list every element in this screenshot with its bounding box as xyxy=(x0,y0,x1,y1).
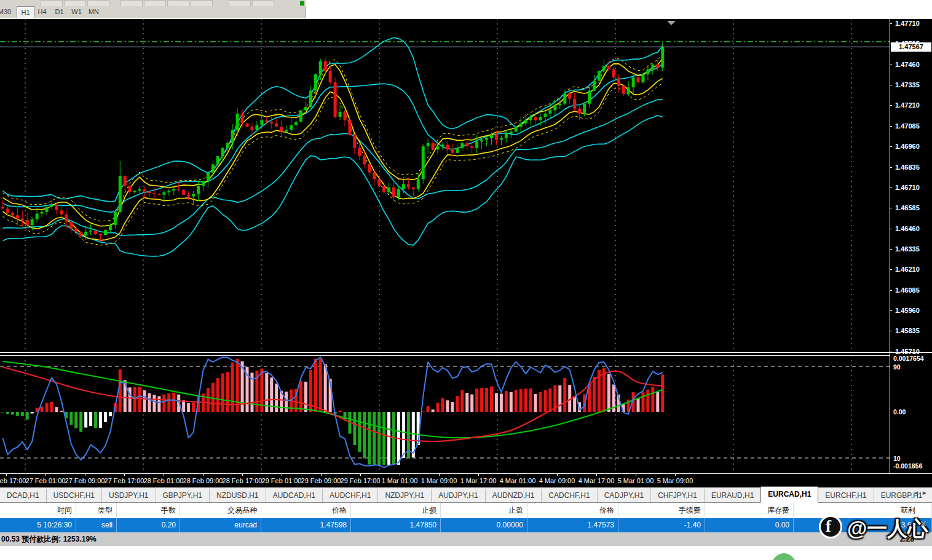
price-label: 1.47335 xyxy=(895,81,920,89)
time-tick xyxy=(164,474,164,476)
price-label: 1.45710 xyxy=(895,348,920,355)
price-label: 1.46960 xyxy=(895,143,920,150)
table-cell[interactable]: 3.68 xyxy=(794,518,932,532)
price-label: 1.46835 xyxy=(895,164,920,171)
time-tick xyxy=(85,474,85,476)
table-cell[interactable]: 1.47573 xyxy=(527,518,618,532)
symbol-tab-nzdusd-h1[interactable]: NZDUSD,H1 xyxy=(209,489,266,502)
price-label: 1.45835 xyxy=(895,327,920,334)
time-tick xyxy=(124,474,125,476)
table-header-cell: 止损 xyxy=(351,503,441,518)
symbol-tab-cadchf-h1[interactable]: CADCHF,H1 xyxy=(541,489,596,502)
timeframe-button-d1[interactable]: D1 xyxy=(51,6,68,18)
symbol-tab-usdjpy-h1[interactable]: USDJPY,H1 xyxy=(101,489,155,502)
chart-frame-line xyxy=(0,18,932,19)
timeframe-button-h4[interactable]: H4 xyxy=(34,6,50,18)
main-chart-canvas[interactable] xyxy=(0,18,890,352)
watermark-close-icon[interactable]: ✕ xyxy=(920,519,927,529)
indicator-scale-label: 0.00 xyxy=(893,408,906,416)
symbol-tab-dcad-h1[interactable]: DCAD,H1 xyxy=(0,489,46,502)
avatar-bubble xyxy=(770,553,798,560)
table-header-cell: 库存费 xyxy=(705,503,794,518)
time-tick xyxy=(45,474,46,476)
symbol-tab-bar: DCAD,H1USDCHF,H1USDJPY,H1GBPJPY,H1NZDUSD… xyxy=(0,487,932,503)
profit-total: 2.28 xyxy=(900,532,914,546)
table-cell[interactable]: sell xyxy=(76,518,117,532)
symbol-tab-cadjpy-h1[interactable]: CADJPY,H1 xyxy=(597,489,650,502)
price-label: 1.46335 xyxy=(895,245,920,253)
tab-scroll-right-icon[interactable]: ► xyxy=(922,489,930,496)
top-toolbar-strip xyxy=(0,0,932,6)
table-cell[interactable]: 1.47598 xyxy=(261,518,351,532)
symbol-tab-audcad-h1[interactable]: AUDCAD,H1 xyxy=(266,489,322,502)
price-label: 1.47460 xyxy=(895,61,920,68)
table-header-cell: 价格 xyxy=(261,503,351,518)
table-header-cell: 手数 xyxy=(117,503,180,518)
tab-scroll-left-icon[interactable]: ◄ xyxy=(913,489,922,496)
symbol-tab-audjpy-h1[interactable]: AUDJPY,H1 xyxy=(431,489,484,502)
table-header-cell: 价格 xyxy=(527,503,618,518)
time-tick xyxy=(675,474,676,476)
indicator-scale-label: 0.0017654 xyxy=(893,355,924,362)
mt4-window: M30H1H4D1W1MN 1.477101.475851.474601.473… xyxy=(0,0,932,560)
timeframe-button-w1[interactable]: W1 xyxy=(68,6,85,18)
scale-frame-line xyxy=(890,18,890,474)
timeframe-button-h1[interactable]: H1 xyxy=(17,6,34,19)
price-label: 1.46210 xyxy=(895,266,920,273)
time-tick xyxy=(321,474,322,476)
time-tick xyxy=(6,474,7,476)
grid-lines-indicator xyxy=(0,355,890,473)
table-cell[interactable]: 0.20 xyxy=(117,518,180,532)
symbol-tab-chfjpy-h1[interactable]: CHFJPY,H1 xyxy=(650,489,704,502)
price-scale[interactable]: 1.477101.475851.474601.473351.472101.470… xyxy=(890,18,932,352)
indicator-scale-label: -0.001856 xyxy=(893,462,922,470)
chart-frame-line xyxy=(0,473,932,474)
time-tick xyxy=(596,474,597,476)
time-tick xyxy=(282,474,282,476)
time-tick xyxy=(636,474,636,476)
trade-table-row[interactable]: 5 10:26:30sell0.20eurcad1.475981.478500.… xyxy=(0,518,932,532)
symbol-tab-eurchf-h1[interactable]: EURCHF,H1 xyxy=(818,489,873,502)
symbol-tab-euraud-h1[interactable]: EURAUD,H1 xyxy=(704,489,760,502)
table-header-cell: 止盈 xyxy=(441,503,527,518)
enabled-indicator xyxy=(300,1,304,6)
symbol-tab-eurcad-h1[interactable]: EURCAD,H1 xyxy=(760,486,818,503)
indicator-scale-label: 90 xyxy=(893,363,901,371)
time-axis[interactable]: 26 Feb 17:0027 Feb 01:0027 Feb 09:0027 F… xyxy=(0,474,932,487)
account-status-row: 00.53 预付款比例: 1253.19% 2.28 xyxy=(0,532,932,546)
time-label: 5 Mar 09:00 xyxy=(647,477,703,484)
chart-frame-line xyxy=(0,355,890,356)
table-header-cell: 手续费 xyxy=(618,503,705,518)
trade-table-header: 时间类型手数交易品种价格止损止盈价格手续费库存费获利 xyxy=(0,503,932,518)
chart-frame-line xyxy=(0,352,932,353)
table-header-cell: 时间 xyxy=(0,503,76,518)
timeframe-button-mn[interactable]: MN xyxy=(85,6,102,18)
ma-channel xyxy=(3,53,663,245)
tab-scroll-arrows[interactable]: ◄► xyxy=(913,489,930,496)
indicator-panel-canvas[interactable] xyxy=(0,355,890,473)
chart-shift-icon xyxy=(667,21,676,25)
oscillator-histogram xyxy=(1,359,664,465)
table-cell[interactable]: 1.47850 xyxy=(351,518,441,532)
bollinger-bands xyxy=(3,37,663,256)
table-cell[interactable]: 5 10:26:30 xyxy=(0,518,76,532)
indicator-scale[interactable]: 0.0017654900.0010-0.001856 xyxy=(890,355,932,473)
price-label: 1.46710 xyxy=(895,184,920,191)
price-label: 1.47085 xyxy=(895,122,920,130)
symbol-tab-audnzd-h1[interactable]: AUDNZD,H1 xyxy=(485,489,542,502)
table-cell[interactable]: eurcad xyxy=(180,518,261,532)
symbol-tab-usdchf-h1[interactable]: USDCHF,H1 xyxy=(46,489,101,502)
time-tick xyxy=(203,474,203,476)
time-tick xyxy=(439,474,440,476)
time-tick xyxy=(400,474,400,476)
table-cell[interactable]: 0.00 xyxy=(705,518,794,532)
table-cell[interactable]: 0.00000 xyxy=(441,518,527,532)
timeframe-button-m30[interactable]: M30 xyxy=(0,6,13,18)
current-price-box: 1.47567 xyxy=(891,42,931,52)
symbol-tab-gbpjpy-h1[interactable]: GBPJPY,H1 xyxy=(156,489,209,502)
time-tick xyxy=(360,474,361,476)
table-cell[interactable]: -1.40 xyxy=(618,518,705,532)
symbol-tab-audchf-h1[interactable]: AUDCHF,H1 xyxy=(322,489,377,502)
price-label: 1.46085 xyxy=(895,286,920,294)
symbol-tab-nzdjpy-h1[interactable]: NZDJPY,H1 xyxy=(377,489,431,502)
